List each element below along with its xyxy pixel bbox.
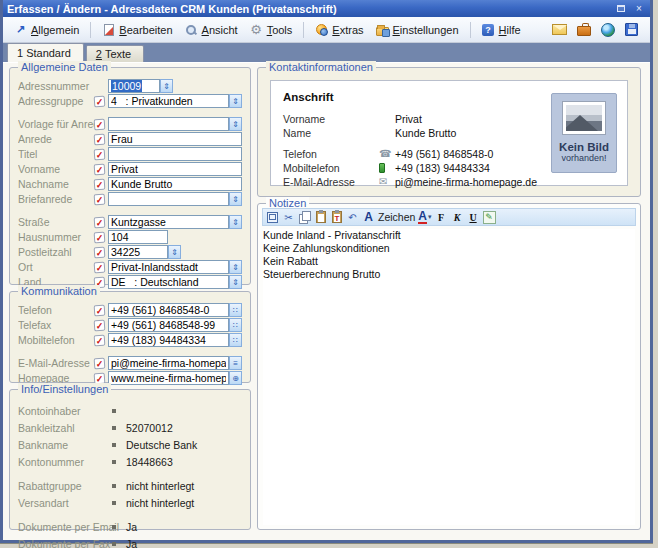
kontoinhaber-row: Kontoinhaber (18, 403, 242, 418)
dial-mobil-button[interactable]: ∷ (229, 333, 242, 347)
menu-allgemein[interactable]: ↗ Allgemein (9, 21, 84, 38)
group-title: Info/Einstellungen (18, 383, 111, 395)
menu-ansicht[interactable]: Ansicht (180, 21, 243, 38)
vorlage-dropdown[interactable]: ⇕ (229, 117, 242, 131)
menu-hilfe[interactable]: ? Hilfe (477, 21, 526, 38)
menu-bearbeiten[interactable]: Bearbeiten (97, 21, 177, 38)
paste-button[interactable] (314, 210, 327, 224)
nachname-input[interactable] (108, 177, 242, 191)
check-icon[interactable]: ✓ (94, 216, 106, 228)
adressnummer-label: Adressnummer (18, 80, 94, 92)
copy-button[interactable] (298, 210, 311, 224)
menu-label-tools: Tools (267, 24, 293, 36)
edit-note-button[interactable]: ✎ (483, 210, 496, 224)
font-color-button[interactable]: A ▾ (418, 210, 431, 224)
check-icon[interactable]: ✓ (94, 193, 106, 205)
title-bar[interactable]: Erfassen / Ändern - Adressdaten CRM Kund… (3, 0, 650, 17)
font-button[interactable]: A (362, 210, 375, 224)
italic-button[interactable]: K (451, 210, 464, 224)
note-line: Steuerberechnung Brutto (263, 268, 635, 281)
telefax-input[interactable] (108, 318, 229, 332)
kontonummer-label: Kontonummer (18, 456, 110, 468)
briefcase-button[interactable] (575, 22, 592, 37)
open-homepage-button[interactable]: ⊕ (229, 371, 242, 385)
dial-telefax-button[interactable]: ∷ (229, 318, 242, 332)
expand-button[interactable] (266, 210, 279, 224)
window-title: Erfassen / Ändern - Adressdaten CRM Kund… (7, 3, 614, 15)
notes-textarea[interactable]: Kunde Inland - Privatanschrift Keine Zah… (263, 229, 635, 525)
globe-button[interactable] (599, 22, 616, 37)
paste-text-button[interactable]: T (330, 210, 343, 224)
menu-extras[interactable]: Extras (310, 21, 368, 38)
kontoinhaber-label: Kontoinhaber (18, 405, 110, 417)
strasse-row: Straße ✓ ⇕ (18, 215, 242, 229)
window-controls: × (614, 3, 646, 15)
check-icon[interactable]: ✓ (94, 163, 106, 175)
strasse-dropdown[interactable]: ⇕ (229, 215, 242, 229)
check-icon[interactable]: ✓ (94, 246, 106, 258)
contact-name-row: Name Kunde Brutto (283, 126, 553, 139)
titel-input[interactable] (108, 147, 242, 161)
hausnummer-input[interactable] (108, 230, 168, 244)
bold-button[interactable]: F (435, 210, 448, 224)
briefanrede-input[interactable] (108, 192, 229, 206)
contact-telefon-label: Telefon (283, 148, 379, 160)
check-icon[interactable]: ✓ (94, 231, 106, 243)
check-icon[interactable]: ✓ (94, 334, 106, 346)
contact-name-value: Kunde Brutto (395, 127, 456, 139)
vorname-input[interactable] (108, 162, 242, 176)
adressgruppe-input[interactable] (108, 94, 229, 108)
land-dropdown[interactable]: ⇕ (229, 275, 242, 289)
adressnummer-spinner[interactable]: ⇕ (160, 79, 173, 93)
check-icon[interactable]: ✓ (94, 133, 106, 145)
cut-button[interactable]: ✂ (282, 210, 295, 224)
check-icon[interactable]: ✓ (94, 178, 106, 190)
check-icon[interactable]: ✓ (94, 95, 106, 107)
close-button[interactable]: × (632, 3, 646, 15)
postleitzahl-input[interactable] (108, 245, 168, 259)
check-icon[interactable]: ✓ (94, 304, 106, 316)
menu-separator (470, 22, 471, 38)
dial-telefon-button[interactable]: ∷ (229, 303, 242, 317)
postleitzahl-spinner[interactable]: ⇕ (168, 245, 181, 259)
ort-input[interactable] (108, 260, 229, 274)
tab-standard[interactable]: 1Standard (7, 43, 84, 62)
save-button[interactable] (623, 22, 640, 37)
email-input[interactable] (108, 356, 229, 370)
contact-card-button[interactable] (551, 22, 568, 37)
land-input[interactable] (108, 275, 229, 289)
tab-texte[interactable]: 2Texte (86, 45, 144, 62)
send-email-button[interactable]: ≡ (229, 356, 242, 370)
check-icon[interactable]: ✓ (94, 118, 106, 130)
vorlage-input[interactable] (108, 117, 229, 131)
adressgruppe-dropdown[interactable]: ⇕ (229, 94, 242, 108)
menu-einstellungen[interactable]: Einstellungen (371, 21, 464, 38)
homepage-input[interactable] (108, 371, 229, 385)
telefon-input[interactable] (108, 303, 229, 317)
bullet-icon (112, 426, 116, 430)
anrede-row: Anrede ✓ (18, 132, 242, 146)
anrede-input[interactable] (108, 132, 242, 146)
undo-button[interactable]: ↶ (346, 210, 359, 224)
ort-row: Ort ✓ ⇕ (18, 260, 242, 274)
titel-row: Titel ✓ (18, 147, 242, 161)
bankleitzahl-label: Bankleitzahl (18, 422, 110, 434)
menu-label-allgemein: Allgemein (31, 24, 79, 36)
underline-button[interactable]: U (467, 210, 480, 224)
check-icon[interactable]: ✓ (94, 261, 106, 273)
strasse-input[interactable] (108, 215, 229, 229)
check-icon[interactable]: ✓ (94, 357, 106, 369)
mobiltelefon-input[interactable] (108, 333, 229, 347)
check-icon[interactable]: ✓ (94, 319, 106, 331)
menu-label-bearbeiten: Bearbeiten (119, 24, 172, 36)
contact-vorname-row: Vorname Privat (283, 112, 553, 125)
adressnummer-input[interactable]: 10009 (108, 79, 160, 93)
save-icon (625, 23, 638, 36)
maximize-button[interactable] (614, 3, 628, 15)
ort-dropdown[interactable]: ⇕ (229, 260, 242, 274)
check-icon[interactable]: ✓ (94, 148, 106, 160)
menu-tools[interactable]: ⚙ Tools (245, 21, 298, 38)
nachname-row: Nachname ✓ (18, 177, 242, 191)
briefanrede-dropdown[interactable]: ⇕ (229, 192, 242, 206)
group-notizen: Notizen ✂ T ↶ A Zeichen A ▾ F K U ✎ (257, 203, 641, 530)
